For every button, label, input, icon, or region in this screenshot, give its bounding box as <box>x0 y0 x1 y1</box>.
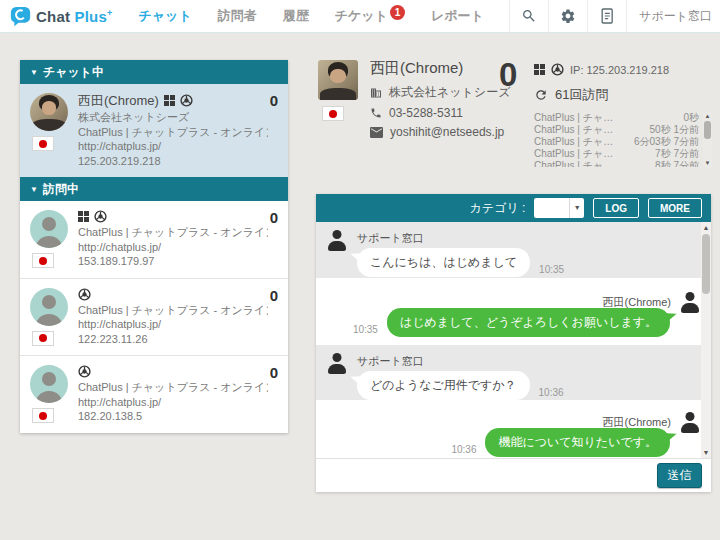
visiting-item[interactable]: ChatPlus | チャットプラス - オンラインチャットサポ… http:/… <box>20 278 288 356</box>
message-time: 10:35 <box>539 263 564 277</box>
detail-ip: IP: 125.203.219.218 <box>570 64 669 76</box>
message-input[interactable] <box>316 459 649 492</box>
chat-message-visitor: 西田(Chrome) 10:35 はじめまして、どうぞよろしくお願いします。 <box>316 278 711 345</box>
visiting-item[interactable]: ChatPlus | チャットプラス - オンラインチャットサポ… http:/… <box>20 355 288 433</box>
nav-item-reports[interactable]: レポート <box>431 7 484 25</box>
message-composer: 送信 <box>316 458 711 492</box>
chatplus-logo-icon <box>10 6 31 27</box>
person-icon <box>326 353 348 375</box>
history-row[interactable]: ChatPlus | チャ…6分03秒 7分前 <box>534 136 699 148</box>
detail-photo-avatar <box>318 60 358 100</box>
message-sender: サポート窓口 <box>357 353 424 369</box>
chrome-icon <box>94 210 107 223</box>
history-row[interactable]: ChatPlus | チャ…0秒 <box>534 112 699 124</box>
chat-visitor-item[interactable]: 西田(Chrome) 株式会社ネットシーズ ChatPlus | チャットプラス… <box>20 84 288 177</box>
detail-company: 株式会社ネットシーズ <box>389 84 510 101</box>
nav-item-visitors[interactable]: 訪問者 <box>218 7 257 25</box>
scroll-down-icon[interactable]: ▼ <box>701 449 711 456</box>
visitor-url: http://chatplus.jp/ <box>78 395 268 410</box>
anonymous-avatar <box>30 365 68 403</box>
chatplus-logo[interactable]: Chat Plus+ <box>0 6 126 27</box>
visitor-photo-avatar <box>30 93 68 131</box>
document-icon <box>600 8 615 24</box>
send-button[interactable]: 送信 <box>657 463 702 488</box>
phone-icon <box>370 107 382 119</box>
log-button[interactable]: LOG <box>593 198 639 218</box>
visitor-sidebar: ▼ チャット中 西田(Chrome) 株式会社ネットシーズ ChatPlus |… <box>20 60 288 433</box>
logo-text: Chat Plus+ <box>36 8 112 25</box>
visitor-ip: 182.20.138.5 <box>78 409 268 424</box>
chat-message-visitor: 西田(Chrome) 10:36 機能について知りたいです。 <box>316 400 711 458</box>
section-header-chatting[interactable]: ▼ チャット中 <box>20 60 288 84</box>
person-icon <box>679 412 701 434</box>
category-select[interactable]: ▼ <box>534 198 584 218</box>
visiting-item[interactable]: ChatPlus | チャットプラス - オンラインチャットサポ… http:/… <box>20 201 288 278</box>
visit-history-list: ChatPlus | チャ…0秒 ChatPlus | チャ…50秒 1分前 C… <box>534 112 712 167</box>
nav-item-history[interactable]: 履歴 <box>283 7 309 25</box>
japan-flag-icon <box>322 106 344 121</box>
search-button[interactable] <box>509 0 548 33</box>
visitor-name: 西田(Chrome) <box>78 92 159 109</box>
visitor-page-title: ChatPlus | チャットプラス - オンラインチャットサポ… <box>78 225 268 240</box>
visitor-avatar-column <box>30 287 78 347</box>
scroll-up-icon[interactable]: ▲ <box>703 112 712 120</box>
visitor-info: 西田(Chrome) 株式会社ネットシーズ ChatPlus | チャットプラス… <box>78 92 278 168</box>
gear-icon <box>560 8 576 24</box>
scrollbar-thumb[interactable] <box>704 121 711 139</box>
nav-item-tickets[interactable]: チケット1 <box>335 7 405 25</box>
visitor-page-title: ChatPlus | チャットプラス - オンラインチャットサポ… <box>78 125 268 140</box>
settings-button[interactable] <box>548 0 587 33</box>
message-bubble: どのようなご用件ですか？ <box>357 371 530 400</box>
visitor-ip: 125.203.219.218 <box>78 154 268 169</box>
message-time: 10:36 <box>539 386 564 400</box>
anonymous-avatar <box>30 288 68 326</box>
detail-phone: 03-5288-5311 <box>389 106 463 120</box>
visitor-avatar-column <box>30 92 78 168</box>
main-menu: チャット 訪問者 履歴 チケット1 レポート <box>138 7 483 25</box>
chat-scrollbar[interactable]: ▲ ▼ <box>701 222 711 458</box>
document-button[interactable] <box>587 0 626 33</box>
message-bubble: はじめまして、どうぞよろしくお願いします。 <box>387 308 670 337</box>
refresh-icon[interactable] <box>534 88 548 102</box>
history-scrollbar[interactable]: ▲ ▼ <box>703 112 712 167</box>
japan-flag-icon <box>32 136 54 151</box>
search-icon <box>521 8 537 24</box>
visitor-ip: 122.223.11.26 <box>78 332 268 347</box>
scroll-up-icon[interactable]: ▲ <box>701 224 711 231</box>
chat-panel: カテゴリ : ▼ LOG MORE サポート窓口 こんにちは、はじめまして 10… <box>316 194 711 492</box>
history-row[interactable]: ChatPlus | チャ…8秒 7分前 <box>534 160 699 167</box>
top-navbar: Chat Plus+ チャット 訪問者 履歴 チケット1 レポート サポート窓口 <box>0 0 720 33</box>
chrome-icon <box>551 63 564 76</box>
mail-icon <box>370 127 383 138</box>
history-row[interactable]: ChatPlus | チャ…50秒 1分前 <box>534 124 699 136</box>
operator-name[interactable]: サポート窓口 <box>626 0 720 33</box>
scroll-down-icon[interactable]: ▼ <box>703 159 712 167</box>
chat-header: カテゴリ : ▼ LOG MORE <box>316 194 711 222</box>
message-sender: サポート窓口 <box>357 230 424 246</box>
more-button[interactable]: MORE <box>648 198 702 218</box>
chevron-down-icon: ▼ <box>569 198 584 218</box>
visitor-page-title: ChatPlus | チャットプラス - オンラインチャットサポ… <box>78 380 268 395</box>
visitor-ip: 153.189.179.97 <box>78 254 268 269</box>
message-bubble: 機能について知りたいです。 <box>485 428 670 457</box>
visitor-url: http://chatplus.jp/ <box>78 139 268 154</box>
history-row[interactable]: ChatPlus | チャ…7秒 7分前 <box>534 148 699 160</box>
visitor-info: ChatPlus | チャットプラス - オンラインチャットサポ… http:/… <box>78 364 278 424</box>
section-header-visiting[interactable]: ▼ 訪問中 <box>20 177 288 201</box>
detail-contact-info: 西田(Chrome) 株式会社ネットシーズ 03-5288-5311 yoshi… <box>370 59 510 144</box>
unread-count: 0 <box>270 364 278 381</box>
nav-item-chat[interactable]: チャット <box>138 7 191 25</box>
japan-flag-icon <box>32 408 54 423</box>
chat-message-support: サポート窓口 どのようなご用件ですか？ 10:36 <box>316 345 711 400</box>
category-label: カテゴリ : <box>470 200 526 217</box>
detail-email: yoshihit@netseeds.jp <box>390 125 504 139</box>
chrome-icon <box>78 288 91 301</box>
detail-unread-count: 0 <box>499 58 517 91</box>
message-time: 10:35 <box>353 323 378 337</box>
message-time: 10:36 <box>451 443 476 457</box>
windows-icon <box>164 95 175 106</box>
unread-count: 0 <box>270 92 278 109</box>
scrollbar-thumb[interactable] <box>702 234 710 294</box>
windows-icon <box>78 211 89 222</box>
visitor-avatar-column <box>30 209 78 269</box>
